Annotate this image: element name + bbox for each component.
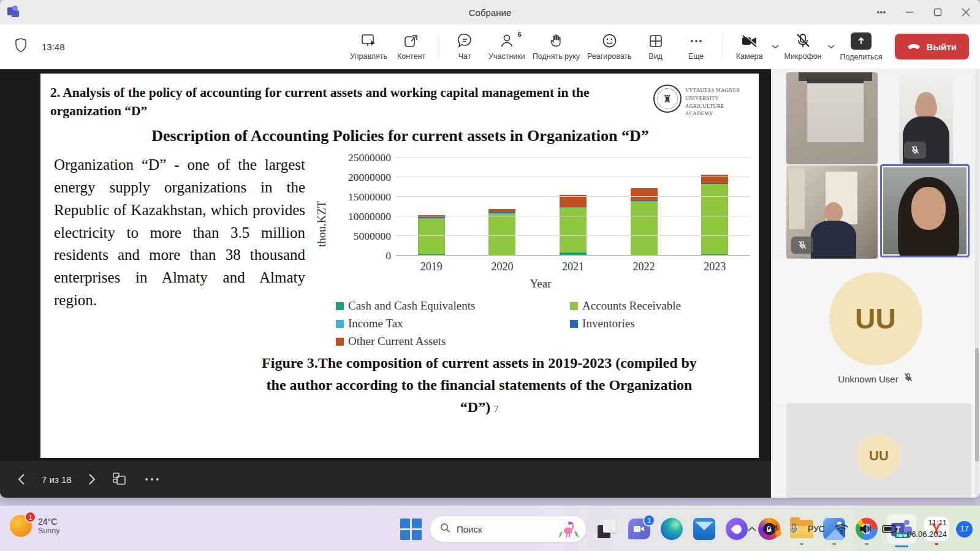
mic-muted-icon (903, 373, 913, 385)
gridline (396, 235, 750, 236)
microphone-tray-icon[interactable] (789, 522, 799, 536)
tray-chevron-up-icon[interactable] (747, 526, 757, 532)
legend-item: Inventories (570, 317, 750, 330)
camera-options-chevron-icon[interactable] (771, 41, 780, 52)
raise-hand-button[interactable]: Поднять руку (529, 28, 583, 66)
legend-item: Income Tax (336, 317, 570, 330)
next-slide-button[interactable] (88, 473, 96, 485)
mic-options-chevron-icon[interactable] (827, 41, 835, 52)
content-button[interactable]: Контент (391, 28, 431, 66)
y-tick-label: 15000000 (348, 191, 391, 203)
legend-label: Income Tax (348, 317, 403, 330)
flamingo-icon (558, 517, 580, 541)
title-bar: Собрание (0, 0, 980, 25)
participants-panel: UU Unknown User UU (771, 69, 980, 498)
slide: 2. Analysis of the policy of accounting … (40, 74, 759, 458)
camera-button[interactable]: Камера (729, 28, 770, 66)
react-button[interactable]: Реагировать (583, 28, 636, 66)
more-button[interactable]: Еще (676, 28, 716, 66)
participants-button[interactable]: 6 Участники (485, 28, 529, 66)
chat-unread-badge: 1 (643, 514, 655, 526)
meeting-timer: 13:48 (42, 42, 65, 52)
y-tick-label: 5000000 (354, 230, 391, 243)
bar-segment (631, 202, 658, 254)
teams-chat-app-icon[interactable]: 1 (627, 517, 651, 541)
participant-name: Unknown User (838, 374, 898, 384)
weather-badge: 1 (25, 511, 36, 523)
sync-status-icon[interactable] (766, 523, 780, 535)
teams-meeting-window: Собрание 13:48 Управлять (0, 0, 980, 498)
clock-widget[interactable]: 11:11 06.06.2024 (907, 517, 947, 541)
speaker-icon[interactable] (858, 523, 873, 535)
chart-plot (396, 158, 750, 256)
meeting-toolbar: 13:48 Управлять Контент Чат (0, 25, 980, 69)
mic-button[interactable]: Микрофон (781, 28, 826, 66)
unknown-user-tile[interactable]: UU Unknown User (771, 259, 980, 403)
legend-label: Cash and Cash Equivalents (348, 299, 475, 313)
legend-swatch (336, 302, 344, 310)
legend-label: Other Current Assets (348, 335, 446, 348)
ellipsis-icon (688, 33, 704, 49)
weather-widget[interactable]: 1 24°C Sunny (10, 515, 59, 537)
legend-swatch (570, 320, 578, 328)
presentation-stage: 2. Analysis of the policy of accounting … (0, 69, 771, 498)
x-tick-label: 2023 (679, 260, 750, 273)
battery-icon[interactable] (882, 525, 898, 533)
unknown-user-tile-2[interactable]: UU (786, 403, 971, 498)
bar-segment (631, 188, 658, 201)
app-icon-overlapping-squares[interactable] (594, 517, 619, 541)
phone-down-icon (907, 41, 921, 52)
chat-bubble-icon (457, 32, 473, 49)
video-tile-participant-3[interactable] (786, 165, 878, 259)
chart-legend: Cash and Cash EquivalentsAccounts Receiv… (336, 299, 750, 348)
share-content-icon (403, 33, 419, 49)
bar-segment (701, 184, 728, 254)
raise-hand-icon (548, 32, 564, 49)
mail-app-icon[interactable] (692, 517, 716, 541)
x-tick-label: 2019 (396, 260, 467, 273)
manage-button[interactable]: Управлять (346, 28, 391, 66)
slide-header: 2. Analysis of the policy of accounting … (50, 83, 647, 120)
chart-xlabels: 20192020202120222023 (396, 260, 750, 273)
chat-button[interactable]: Чат (444, 28, 485, 66)
language-indicator[interactable]: РУС (808, 524, 825, 534)
scrollbar-thumb[interactable] (975, 348, 979, 462)
gridline (396, 216, 750, 216)
notification-count-badge[interactable]: 17 (956, 521, 973, 538)
start-button[interactable] (400, 518, 422, 540)
avatar: UU (829, 272, 922, 365)
share-screen-button[interactable]: Поделиться (837, 28, 886, 66)
slide-grid-icon[interactable] (112, 472, 128, 487)
stacked-bar-2022 (631, 188, 658, 256)
wifi-icon[interactable] (834, 523, 849, 534)
y-tick-label: 20000000 (348, 171, 391, 184)
legend-label: Accounts Receivable (582, 299, 681, 313)
bar-segment (701, 175, 728, 183)
nav-more-icon[interactable] (144, 477, 160, 482)
window-title: Собрание (0, 7, 980, 18)
edge-browser-icon[interactable] (659, 517, 684, 541)
view-button[interactable]: Вид (636, 28, 676, 66)
video-tile-active-speaker[interactable] (880, 164, 970, 257)
sidebar-scrollbar[interactable] (975, 69, 979, 498)
previous-slide-button[interactable] (17, 473, 26, 485)
chart-y-axis-label: thou.KZT (315, 158, 331, 291)
stacked-bar-2023 (701, 175, 728, 256)
bar-segment (488, 214, 515, 256)
x-tick-label: 2022 (609, 260, 680, 273)
mic-off-icon (795, 32, 811, 49)
leave-button[interactable]: Выйти (895, 34, 969, 59)
smiley-icon (601, 32, 618, 49)
video-tile-classroom[interactable] (786, 72, 878, 164)
grid-view-icon (648, 33, 664, 49)
search-input[interactable]: Поиск (430, 515, 587, 542)
chart-area: thou.KZT 0500000010000000150000002000000… (305, 154, 750, 348)
video-tile-participant-2[interactable] (899, 72, 953, 164)
chart-x-axis-label: Year (331, 277, 750, 291)
search-icon (440, 523, 450, 536)
avatar: UU (857, 434, 901, 478)
gridline (396, 255, 750, 256)
alisa-assistant-icon[interactable] (724, 517, 749, 541)
legend-item: Accounts Receivable (570, 299, 750, 313)
slide-page-number: 7 (494, 405, 498, 414)
